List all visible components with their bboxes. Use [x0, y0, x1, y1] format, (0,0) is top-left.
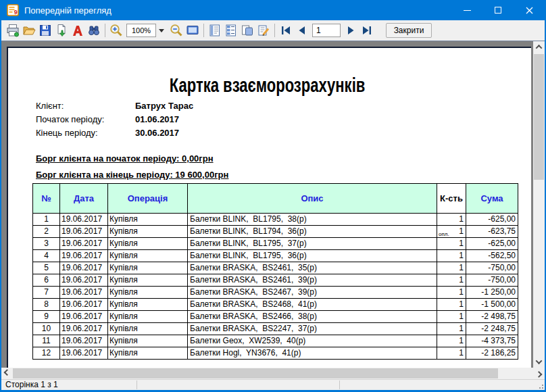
- preview-window: 9 Попередній перегляд: [0, 0, 546, 392]
- previous-page-button[interactable]: [294, 22, 310, 39]
- page-number-input[interactable]: [312, 24, 341, 37]
- last-page-button[interactable]: [359, 22, 375, 39]
- period-end-field: Кінець періоду: 30.06.2017: [8, 128, 346, 141]
- description-cell: Балетки BLINK, BL1795, 38(р): [188, 214, 437, 226]
- quantity-cell: 1: [437, 238, 466, 250]
- print-button[interactable]: [5, 22, 21, 39]
- svg-text:9: 9: [14, 9, 18, 16]
- previous-page-icon: [295, 24, 309, 37]
- chevron-up-icon: [536, 45, 543, 51]
- client-field: Клієнт: Батрух Тарас: [8, 101, 346, 114]
- table-header-row: № Дата Операція Опис К-сть Сума: [33, 184, 518, 214]
- row-number-cell: 6: [33, 274, 60, 287]
- col-header-quantity: К-сть: [437, 184, 466, 214]
- row-number-cell: 4: [33, 250, 60, 262]
- edit-page-button[interactable]: [255, 22, 272, 39]
- export-page-icon: [55, 24, 68, 37]
- transactions-table: № Дата Операція Опис К-сть Сума 1 19.06.…: [32, 183, 518, 360]
- outline-view-button[interactable]: [223, 22, 239, 39]
- save-button[interactable]: [37, 22, 53, 39]
- close-window-button[interactable]: [514, 0, 545, 20]
- find-button[interactable]: [86, 22, 102, 39]
- date-cell: 19.06.2017: [60, 335, 108, 347]
- scroll-right-button[interactable]: [533, 368, 545, 379]
- col-header-description: Опис: [188, 184, 437, 214]
- sum-cell: -562,50: [466, 250, 518, 262]
- col-header-operation: Операція: [108, 184, 188, 214]
- operation-cell: Купівля: [108, 214, 188, 226]
- row-number-cell: 1: [33, 214, 60, 226]
- pdf-button[interactable]: [70, 22, 86, 39]
- export-button[interactable]: [53, 22, 70, 39]
- app-icon: 9: [7, 4, 19, 16]
- toolbar-separator: [203, 24, 204, 37]
- quantity-cell: 1: [437, 335, 466, 347]
- operation-cell: Купівля: [108, 335, 188, 347]
- client-label: Клієнт:: [36, 101, 64, 111]
- description-cell: Балетки BRASKA, BS2461, 39(р): [188, 274, 437, 287]
- toolbar-separator: [274, 24, 275, 37]
- scroll-down-button[interactable]: [533, 356, 545, 368]
- whole-page-button[interactable]: [184, 22, 201, 39]
- debt-end-line: Борг клієнта на кінець періоду: 19 600,0…: [36, 170, 228, 180]
- zoom-out-button[interactable]: [168, 22, 184, 39]
- scroll-up-button[interactable]: [533, 41, 545, 53]
- sum-cell: -623,75: [466, 226, 518, 238]
- resize-grip[interactable]: [537, 383, 544, 389]
- sum-cell: -2 248,75: [466, 323, 518, 335]
- table-row: 1 19.06.2017 Купівля Балетки BLINK, BL17…: [33, 214, 518, 226]
- maximize-button[interactable]: [482, 0, 514, 20]
- zoom-dropdown-button[interactable]: [156, 24, 166, 37]
- row-number-cell: 8: [33, 299, 60, 311]
- sum-cell: -625,00: [466, 214, 518, 226]
- table-row: 10 19.06.2017 Купівля Балетки BRASKA, BS…: [33, 323, 518, 335]
- next-page-button[interactable]: [343, 22, 359, 39]
- minimize-button[interactable]: [451, 0, 482, 20]
- edit-page-icon: [257, 24, 270, 37]
- operation-cell: Купівля: [108, 323, 188, 335]
- vertical-scrollbar[interactable]: [533, 41, 545, 368]
- statusbar-divider: [136, 381, 137, 389]
- zoom-in-button[interactable]: [108, 22, 124, 39]
- description-cell: Балетки BRASKA, BS2466, 38(р): [188, 311, 437, 323]
- operation-cell: Купівля: [108, 287, 188, 299]
- sum-cell: -2 498,75: [466, 311, 518, 323]
- operation-cell: Купівля: [108, 262, 188, 274]
- operation-cell: Купівля: [108, 238, 188, 250]
- horizontal-scrollbar[interactable]: [1, 368, 545, 379]
- table-row: 11 19.06.2017 Купівля Балетки Geox, XW25…: [33, 335, 518, 347]
- minimize-icon: [464, 10, 471, 11]
- statusbar-divider: [339, 381, 340, 389]
- description-cell: Балетки BLINK, BL1794, 36(р): [188, 226, 437, 238]
- whole-page-icon: [186, 24, 199, 37]
- description-cell: Балетки Geox, XW2539, 40(р): [188, 335, 437, 347]
- report-page: Картка взаєморозрахунків Клієнт: Батрух …: [7, 47, 531, 368]
- zoom-in-icon: [109, 24, 123, 37]
- pdf-icon: [71, 24, 84, 37]
- page-info-text: Сторінка 1 з 1: [5, 380, 58, 389]
- maximize-icon: [495, 7, 501, 14]
- col-header-date: Дата: [60, 184, 108, 214]
- date-cell: 19.06.2017: [60, 262, 108, 274]
- quantity-cell: 1: [437, 250, 466, 262]
- facing-pages-button[interactable]: [239, 22, 255, 39]
- quantity-cell: 1: [437, 274, 466, 287]
- table-row: 2 19.06.2017 Купівля Балетки BLINK, BL17…: [33, 226, 518, 238]
- vertical-scroll-thumb[interactable]: [534, 54, 544, 180]
- first-page-button[interactable]: [278, 22, 294, 39]
- scroll-left-button[interactable]: [1, 368, 13, 379]
- close-preview-button[interactable]: Закрити: [386, 23, 432, 38]
- quantity-cell: опл.1: [437, 226, 466, 238]
- operation-cell: Купівля: [108, 274, 188, 287]
- row-number-cell: 12: [33, 347, 60, 360]
- zoom-level-combo[interactable]: 100%: [126, 24, 166, 37]
- horizontal-scroll-thumb[interactable]: [13, 368, 498, 378]
- toolbar: 100%: [1, 20, 545, 41]
- open-button[interactable]: [21, 22, 37, 39]
- close-icon: [526, 7, 533, 14]
- quantity-cell: 1: [437, 287, 466, 299]
- date-cell: 19.06.2017: [60, 323, 108, 335]
- operation-cell: Купівля: [108, 347, 188, 360]
- print-icon: [6, 24, 20, 37]
- page-setup-button[interactable]: [207, 22, 223, 39]
